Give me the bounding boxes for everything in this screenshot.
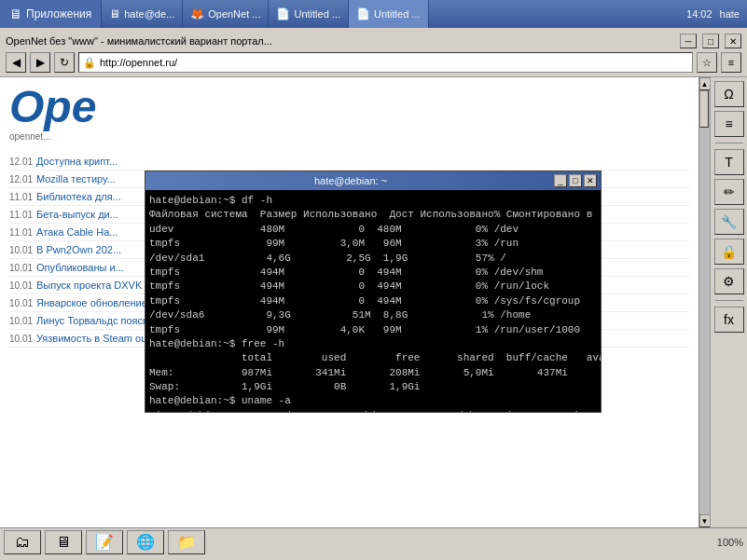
browser-minimize-btn[interactable]: ─ [680,34,697,48]
lock-icon[interactable]: 🔒 [714,239,744,265]
terminal-titlebar: hate@debian: ~ _ □ ✕ [145,171,601,190]
browser-maximize-btn[interactable]: □ [702,34,719,48]
browser-title-bar: OpenNet без "www" - минималистский вариа… [6,32,741,52]
text-editor-btn[interactable]: 📝 [86,530,123,554]
tab-untitled1-label: Untitled ... [294,8,340,20]
gear-icon[interactable]: ⚙ [714,268,744,294]
text-icon[interactable]: T [714,149,744,175]
terminal-body[interactable]: hate@debian:~$ df -h Файловая система Ра… [145,190,601,412]
omega-icon[interactable]: Ω [714,81,744,107]
address-input[interactable] [100,57,688,68]
browser-chrome: OpenNet без "www" - минималистский вариа… [0,28,747,77]
terminal-title: hate@debian: ~ [149,175,552,186]
taskbar-top: 🖥 Приложения 🖥 hate@de... 🦊 OpenNet ... … [0,0,747,28]
terminal-minimize-btn[interactable]: _ [554,174,567,187]
scroll-thumb[interactable] [699,90,709,128]
terminal-tab-icon: 🖥 [109,7,120,20]
scroll-track[interactable] [699,90,710,514]
list-item: 12.01 Доступна крипт... [9,153,689,171]
menu-icon[interactable]: ≡ [714,111,744,137]
news-link[interactable]: Атака Cable Ha... [36,226,118,238]
scroll-down-btn[interactable]: ▼ [699,514,711,527]
bookmark-button[interactable]: ☆ [697,52,717,73]
taskbar-time: 14:02 [686,8,712,20]
terminal-btn[interactable]: 🖥 [45,530,82,554]
taskbar-bottom: 🗂 🖥 📝 🌐 📁 100% [0,527,747,555]
app-icon: 🖥 [9,7,22,21]
tab-hate-label: hate@de... [124,8,174,20]
applications-menu[interactable]: 🖥 Приложения [0,0,102,28]
files-btn[interactable]: 🗂 [4,530,41,554]
untitled2-tab-icon: 📄 [356,7,370,20]
news-link[interactable]: В Pwn2Own 202... [36,244,121,255]
panel-separator-2 [715,300,743,301]
browser-close-btn[interactable]: ✕ [725,34,741,48]
vertical-scrollbar[interactable]: ▲ ▼ [699,77,710,527]
tab-hate-terminal[interactable]: 🖥 hate@de... [102,0,183,28]
terminal-close-btn[interactable]: ✕ [584,174,597,187]
opennet-logo: Ope [9,82,96,131]
right-panel: Ω ≡ T ✏ 🔧 🔒 ⚙ fx [710,77,747,527]
browser-btn-bottom[interactable]: 🌐 [127,530,164,554]
browser-title-text: OpenNet без "www" - минималистский вариа… [6,35,674,47]
wrench-icon[interactable]: 🔧 [714,209,744,235]
main-area: Ope opennet... 12.01 Доступна крипт... 1… [0,77,747,527]
untitled1-tab-icon: 📄 [276,7,290,20]
news-link[interactable]: Библиотека для... [36,191,121,202]
taskbar-user: hate [720,8,740,20]
tab-untitled2[interactable]: 📄 Untitled ... [349,0,429,28]
scroll-up-btn[interactable]: ▲ [699,77,711,90]
tab-opennet[interactable]: 🦊 OpenNet ... [183,0,269,28]
back-button[interactable]: ◀ [6,52,26,73]
app-menu-label: Приложения [26,7,91,20]
edit-icon[interactable]: ✏ [714,179,744,205]
opennet-tagline: opennet... [9,131,689,142]
browser-content: Ope opennet... 12.01 Доступна крипт... 1… [0,77,699,527]
reload-button[interactable]: ↻ [54,52,75,73]
fx-icon[interactable]: fx [714,307,744,333]
menu-button[interactable]: ≡ [721,52,741,73]
files2-btn[interactable]: 📁 [168,530,205,554]
tab-untitled1[interactable]: 📄 Untitled ... [269,0,349,28]
zoom-level: 100% [717,537,743,548]
address-lock-icon: 🔒 [83,57,96,69]
browser-toolbar: ◀ ▶ ↻ 🔒 ☆ ≡ [6,52,741,73]
news-link[interactable]: Доступна крипт... [36,156,118,167]
news-link[interactable]: Бета-выпуск ди... [36,209,118,220]
terminal-window: hate@debian: ~ _ □ ✕ hate@debian:~$ df -… [145,171,602,413]
panel-separator [715,143,743,143]
tab-untitled2-label: Untitled ... [374,8,421,20]
opennet-header: Ope opennet... [0,77,699,149]
news-link[interactable]: Опубликованы и... [36,262,124,273]
news-link[interactable]: Mozilla тестиру... [36,173,116,184]
forward-button[interactable]: ▶ [30,52,50,73]
terminal-maximize-btn[interactable]: □ [569,174,582,187]
tab-opennet-label: OpenNet ... [208,8,260,20]
taskbar-clock-area: 14:02 hate [679,8,747,20]
address-bar[interactable]: 🔒 [78,52,693,73]
opennet-tab-icon: 🦊 [190,7,204,20]
